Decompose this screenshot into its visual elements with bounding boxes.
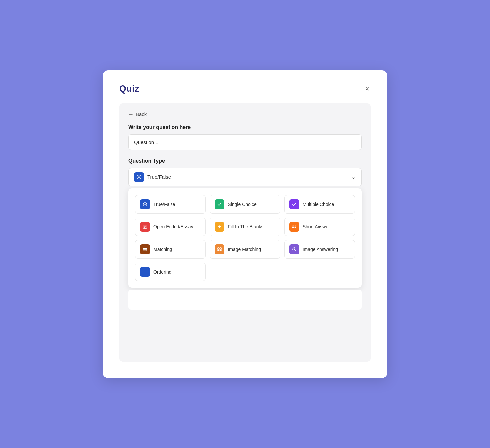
type-option-matching[interactable]: Matching [135, 240, 206, 259]
svg-rect-11 [294, 227, 296, 228]
type-label-fill-blanks: Fill In The Blanks [228, 224, 263, 229]
single-choice-icon [215, 199, 224, 209]
fill-blanks-icon [215, 222, 224, 232]
question-type-menu: 0 True/False Single Choice Multip [128, 188, 362, 288]
svg-marker-15 [144, 248, 145, 249]
type-option-single-choice[interactable]: Single Choice [210, 195, 280, 214]
type-option-ordering[interactable]: Ordering [135, 263, 206, 281]
type-label-multiple-choice: Multiple Choice [303, 202, 334, 207]
type-option-open-ended[interactable]: Open Ended/Essay [135, 218, 206, 236]
question-type-label: Question Type [128, 158, 362, 164]
svg-rect-18 [220, 247, 222, 249]
image-answering-icon [289, 244, 299, 254]
type-label-image-matching: Image Matching [228, 247, 261, 252]
quiz-modal: Quiz × ← Back Write your question here Q… [103, 70, 387, 378]
type-option-fill-blanks[interactable]: Fill In The Blanks [210, 218, 280, 236]
back-arrow-icon: ← [128, 111, 134, 117]
ordering-icon [140, 267, 150, 277]
selected-type-label: True/False [147, 174, 171, 180]
chevron-down-icon: ⌄ [351, 174, 356, 181]
matching-icon [140, 244, 150, 254]
svg-rect-9 [292, 227, 294, 228]
svg-text:0: 0 [138, 176, 140, 179]
type-option-short-answer[interactable]: Short Answer [284, 218, 355, 236]
type-label-true-false: True/False [153, 202, 175, 207]
type-option-image-answering[interactable]: Image Answering [284, 240, 355, 259]
close-button[interactable]: × [364, 83, 371, 94]
selected-type-icon: 0 [134, 172, 144, 182]
type-label-image-answering: Image Answering [303, 247, 338, 252]
type-label-single-choice: Single Choice [228, 202, 256, 207]
type-label-ordering: Ordering [153, 269, 171, 274]
question-type-grid: 0 True/False Single Choice Multip [135, 195, 355, 281]
back-label: Back [136, 111, 147, 117]
open-ended-icon [140, 222, 150, 232]
type-option-image-matching[interactable]: Image Matching [210, 240, 280, 259]
modal-header: Quiz × [119, 83, 371, 94]
modal-body: ← Back Write your question here Question… [119, 103, 371, 362]
svg-rect-17 [218, 247, 220, 249]
multiple-choice-icon [289, 199, 299, 209]
question-type-dropdown[interactable]: 0 True/False ⌄ [128, 168, 362, 186]
type-label-short-answer: Short Answer [303, 224, 330, 229]
type-option-true-false[interactable]: 0 True/False [135, 195, 206, 214]
type-label-matching: Matching [153, 247, 172, 252]
bottom-content-area [128, 290, 362, 310]
question-label: Write your question here [128, 124, 362, 130]
svg-marker-16 [146, 249, 147, 251]
type-option-multiple-choice[interactable]: Multiple Choice [284, 195, 355, 214]
svg-rect-19 [218, 250, 220, 251]
image-matching-icon [215, 244, 224, 254]
type-label-open-ended: Open Ended/Essay [153, 224, 193, 229]
svg-text:0: 0 [144, 203, 146, 205]
svg-rect-10 [294, 225, 296, 226]
short-answer-icon [289, 222, 299, 232]
svg-point-22 [294, 248, 295, 249]
question-input[interactable] [128, 134, 362, 150]
modal-title: Quiz [119, 83, 139, 94]
true-false-icon: 0 [140, 199, 150, 209]
back-button[interactable]: ← Back [128, 111, 147, 117]
svg-rect-8 [292, 225, 294, 226]
svg-rect-20 [220, 250, 222, 251]
